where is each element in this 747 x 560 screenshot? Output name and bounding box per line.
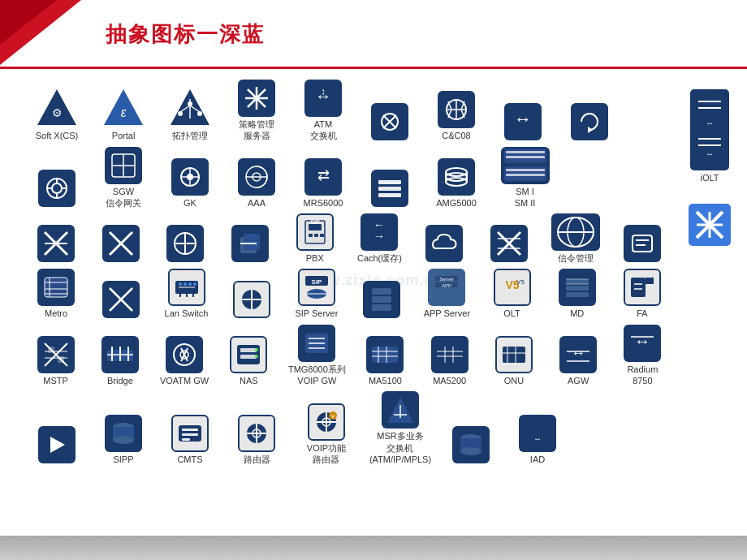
icon-xlines2 <box>477 225 541 264</box>
svg-rect-122 <box>631 278 646 297</box>
svg-rect-119 <box>566 292 589 297</box>
svg-rect-110 <box>372 304 391 311</box>
icon-sip-server: SIP SIP Server <box>285 269 348 319</box>
icon-voatm-gw: VOATM GW <box>153 336 215 386</box>
svg-text:→: → <box>374 230 385 243</box>
icon-play <box>24 426 89 465</box>
label-mrs6000: MRS6000 <box>304 197 343 209</box>
icon-xlines1 <box>24 225 88 264</box>
svg-text:⚙: ⚙ <box>52 106 63 119</box>
label-ma5100: MA5100 <box>369 375 402 386</box>
label-tmg8000: TMG8000系列VOIP GW <box>288 364 346 387</box>
icon-router: 路由器 <box>224 415 289 465</box>
svg-rect-70 <box>309 234 313 237</box>
svg-rect-128 <box>48 347 54 353</box>
svg-rect-44 <box>378 193 401 197</box>
icon-atm-switch: ↔ ↕ ATM交换机 <box>291 80 356 142</box>
icon-pbx: SIP PBX <box>283 213 347 264</box>
icon-ma5200: MA5200 <box>418 336 481 386</box>
label-cmts: CMTS <box>177 454 202 465</box>
svg-point-10 <box>197 111 202 116</box>
icon-arrows1: ↔ <box>490 103 555 142</box>
icon-mstp: MSTP <box>24 336 87 386</box>
label-msr: MSR多业务交换机(ATM/IP/MPLS) <box>369 430 431 465</box>
icon-portal: ε Portal <box>91 86 156 141</box>
label-voip-router: VOIP功能路由器 <box>307 442 346 466</box>
icon-filter <box>611 225 674 264</box>
icon-nas: NAS <box>218 336 280 386</box>
label-app-server: APP Server <box>424 308 470 319</box>
svg-point-37 <box>187 174 193 180</box>
icon-olt: V5 V5 OLT <box>480 269 543 319</box>
svg-rect-118 <box>566 286 589 291</box>
svg-text:V5: V5 <box>516 278 525 286</box>
label-amg5000: AMG5000 <box>436 197 477 209</box>
svg-text:SIP: SIP <box>311 278 322 286</box>
svg-rect-52 <box>506 156 545 158</box>
svg-rect-68 <box>309 224 322 230</box>
svg-text:⇄: ⇄ <box>317 167 330 183</box>
svg-rect-65 <box>244 234 260 250</box>
svg-rect-143 <box>240 355 257 359</box>
svg-point-144 <box>255 348 258 351</box>
icon-iolt-tall: ↔ ↔ iOLT <box>690 89 729 183</box>
icon-agw: ↔ AGW <box>547 336 610 386</box>
label-atm-switch: ATM交换机 <box>310 118 337 142</box>
icon-cloud <box>412 225 476 264</box>
icon-target1 <box>24 170 89 209</box>
svg-text:APP: APP <box>442 283 451 288</box>
label-sgw: SGW信令网关 <box>106 186 141 209</box>
svg-rect-43 <box>378 187 401 191</box>
icon-cache: ← → Cach(缓存) <box>348 213 412 264</box>
icon-server1 <box>350 281 413 320</box>
svg-rect-55 <box>506 174 545 176</box>
icon-sm: SM ISM II <box>490 147 559 209</box>
svg-text:↔: ↔ <box>571 345 585 361</box>
svg-point-95 <box>184 282 187 286</box>
icon-app-server: Server APP APP Server <box>415 269 478 319</box>
icon-soft-xcs: ⚙ Soft X(CS) <box>24 86 89 141</box>
icon-cylinder <box>438 426 503 465</box>
label-router: 路由器 <box>244 454 270 465</box>
icon-iad: ↔ IAD <box>505 415 570 465</box>
main-page: 抽象图标一深蓝 www.zixin.com.cn ⚙ Soft X(CS) ε <box>0 0 747 560</box>
icon-sgw: SGW信令网关 <box>91 147 156 209</box>
svg-text:↕: ↕ <box>321 86 326 97</box>
svg-rect-42 <box>378 180 401 184</box>
label-olt: OLT <box>503 308 520 319</box>
svg-point-172 <box>113 436 134 444</box>
label-radium: Radium8750 <box>627 364 658 387</box>
icon-bridge: Bridge <box>89 336 151 386</box>
icon-topology: 拓扑管理 <box>158 86 222 141</box>
svg-rect-175 <box>182 433 198 436</box>
icon-lines2 <box>89 225 153 264</box>
svg-rect-51 <box>506 151 545 153</box>
svg-point-94 <box>179 282 182 286</box>
label-voatm-gw: VOATM GW <box>160 375 209 386</box>
label-cache: Cach(缓存) <box>357 252 402 264</box>
icon-policy-mgr: 策略管理服务器 <box>224 80 289 142</box>
svg-rect-129 <box>58 356 64 363</box>
label-aaa: AAA <box>248 197 266 209</box>
icon-tmg8000: TMG8000系列VOIP GW <box>282 325 352 387</box>
svg-rect-174 <box>182 429 198 431</box>
svg-marker-24 <box>588 127 593 133</box>
svg-text:↔: ↔ <box>706 149 714 158</box>
svg-text:SIP: SIP <box>310 219 320 225</box>
label-nas: NAS <box>240 375 258 386</box>
icon-metro: Metro <box>24 269 88 319</box>
label-soft-xcs: Soft X(CS) <box>36 130 79 141</box>
icon-msr: MSR多业务交换机(ATM/IP/MPLS) <box>364 391 437 465</box>
icon-sipp: SIPP <box>91 415 156 465</box>
svg-rect-117 <box>566 279 589 284</box>
svg-point-96 <box>188 282 192 286</box>
svg-point-26 <box>52 183 62 193</box>
svg-rect-160 <box>503 347 525 363</box>
icon-md: MD <box>546 269 609 319</box>
svg-rect-109 <box>372 296 391 303</box>
svg-text:↔: ↔ <box>634 332 650 350</box>
icon-lines3 <box>89 281 153 320</box>
label-cc08: C&C08 <box>442 130 470 141</box>
svg-point-192 <box>460 447 481 455</box>
icon-circle1 <box>153 225 217 264</box>
